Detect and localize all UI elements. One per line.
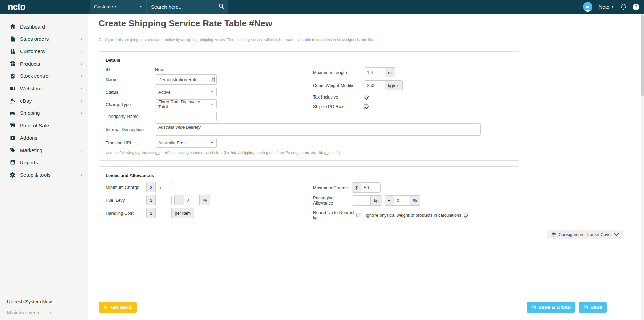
search-button[interactable]: [214, 0, 228, 14]
round-up-checkbox[interactable]: [356, 213, 361, 217]
tag-icon: [9, 147, 16, 154]
help-icon[interactable]: ?: [633, 4, 639, 10]
charge-type-select[interactable]: Fixed Rate By Invoice Total ▼: [155, 99, 217, 109]
scrollbar-thumb[interactable]: [641, 15, 644, 96]
thirdparty-name-input[interactable]: [155, 111, 217, 121]
sidebar-item-sales-orders[interactable]: Sales orders ›: [0, 33, 88, 45]
search-context-select[interactable]: Customers ▼: [90, 0, 147, 14]
save-disk-icon: [583, 305, 588, 310]
name-label: Name: [106, 77, 155, 82]
sidebar-menu: Dashboard Sales orders › Customers ›: [0, 14, 88, 181]
name-input[interactable]: [155, 74, 217, 85]
sidebar-item-customers[interactable]: Customers ›: [0, 45, 88, 57]
levies-heading: Levies and Allowances: [106, 173, 512, 178]
notifications-bell-icon[interactable]: [620, 3, 627, 10]
chevron-right-icon: ›: [81, 110, 82, 115]
handling-cost-label: Handling Cost: [106, 211, 146, 216]
sidebar-item-shipping[interactable]: Shipping ›: [0, 107, 88, 119]
minimum-charge-input[interactable]: [155, 182, 173, 192]
chevron-right-icon: ›: [81, 49, 82, 54]
sidebar-bottom: Refresh System Now Minimise menu ‹: [0, 299, 88, 320]
tracking-url-value: Australia Post: [158, 140, 186, 145]
chevron-right-icon: ›: [81, 172, 82, 177]
go-back-button[interactable]: Go Back: [99, 302, 137, 313]
fuel-levy-label: Fuel Levy: [106, 198, 146, 203]
chevron-left-icon: ‹: [49, 310, 51, 315]
chevron-down-icon: ▼: [611, 5, 614, 8]
user-avatar[interactable]: [583, 2, 592, 12]
round-up-label: Round Up to Nearest kg: [313, 210, 356, 220]
sidebar-item-label: Dashboard: [20, 24, 45, 30]
autofill-icon[interactable]: [211, 77, 215, 82]
sidebar-item-stock-control[interactable]: Stock control ›: [0, 70, 88, 82]
plus-addon: +: [385, 195, 394, 206]
charge-type-value: Fixed Rate By Invoice Total: [158, 99, 211, 109]
search-context-value: Customers: [94, 4, 117, 10]
cubic-weight-unit: kg/m³: [385, 80, 403, 90]
chevron-right-icon: ›: [81, 98, 82, 103]
chevron-down-icon: [614, 233, 619, 236]
save-close-button[interactable]: Save & Close: [527, 302, 575, 313]
sidebar-item-label: Customers: [20, 48, 45, 54]
page-scrollbar[interactable]: [641, 14, 644, 320]
cubic-weight-input[interactable]: [364, 80, 385, 90]
sidebar-item-label: Point of Sale: [20, 123, 49, 128]
id-label: ID: [106, 67, 155, 72]
sidebar-item-label: Products: [20, 61, 40, 67]
currency-addon: $: [146, 182, 155, 192]
sidebar-item-label: Sales orders: [20, 36, 49, 42]
chevron-down-icon: ▼: [211, 141, 213, 144]
currency-addon: $: [352, 182, 361, 193]
sidebar-item-label: Webstore: [20, 86, 42, 91]
sidebar-item-marketing[interactable]: Marketing ›: [0, 144, 88, 156]
currency-addon: $: [146, 195, 155, 205]
packaging-allowance-percent-input[interactable]: [394, 195, 410, 206]
chevron-right-icon: ›: [81, 86, 82, 91]
consignment-transit-cover-button[interactable]: Consignment Transit Cover: [547, 230, 623, 239]
chevron-right-icon: ›: [81, 61, 82, 66]
id-value: New: [155, 67, 164, 72]
sidebar-item-point-of-sale[interactable]: Point of Sale: [0, 119, 88, 131]
maximum-length-input[interactable]: [364, 67, 385, 77]
tracking-url-select[interactable]: Australia Post ▼: [155, 138, 217, 148]
page-subtitle: Configure this shipping services rates b…: [99, 38, 374, 42]
sidebar-item-reports[interactable]: Reports: [0, 156, 88, 168]
ship-po-box-checkbox[interactable]: [364, 104, 368, 109]
fuel-levy-fixed-input[interactable]: [155, 195, 172, 205]
ignore-weight-checkbox[interactable]: [464, 213, 468, 217]
maximum-charge-label: Maximum Charge: [313, 185, 352, 190]
sidebar-item-setup-tools[interactable]: Setup & tools ›: [0, 169, 88, 181]
search-input[interactable]: [147, 0, 214, 14]
sidebar-item-label: Marketing: [20, 147, 42, 153]
chevron-down-icon: ▼: [211, 91, 213, 94]
status-select[interactable]: Active ▼: [155, 87, 217, 97]
gavel-icon: [9, 97, 16, 104]
browser-icon: [9, 85, 16, 92]
refresh-system-link[interactable]: Refresh System Now: [7, 299, 52, 304]
sidebar-item-webstore[interactable]: Webstore ›: [0, 82, 88, 94]
sidebar-item-addons[interactable]: Addons: [0, 132, 88, 144]
cubic-weight-label: Cubic Weight Modifier: [313, 83, 364, 88]
handling-cost-input[interactable]: [155, 208, 172, 218]
sidebar-item-ebay[interactable]: eBay ›: [0, 94, 88, 107]
sidebar-item-dashboard[interactable]: Dashboard: [0, 20, 88, 33]
fuel-levy-percent-input[interactable]: [184, 195, 200, 205]
sidebar: Dashboard Sales orders › Customers ›: [0, 14, 88, 320]
consignment-label: Consignment Transit Cover: [558, 232, 612, 237]
maximum-charge-input[interactable]: [361, 182, 381, 193]
save-button[interactable]: Save: [579, 302, 607, 313]
status-value: Active: [158, 90, 170, 95]
minimise-menu-button[interactable]: Minimise menu ‹: [7, 310, 88, 315]
account-menu[interactable]: Neto ▼: [598, 4, 614, 10]
details-heading: Details: [106, 58, 512, 63]
search-icon: [219, 3, 224, 10]
packaging-allowance-kg-input[interactable]: [352, 195, 371, 206]
sidebar-item-products[interactable]: Products ›: [0, 57, 88, 70]
kg-addon: kg: [371, 195, 382, 206]
home-icon: [9, 23, 16, 30]
tax-inclusive-checkbox[interactable]: [364, 95, 368, 99]
charge-type-label: Charge Type: [106, 102, 155, 107]
bar-chart-icon: [9, 159, 16, 166]
plus-addon: +: [174, 195, 184, 205]
internal-description-textarea[interactable]: Australia Wide Delivery: [155, 123, 481, 136]
